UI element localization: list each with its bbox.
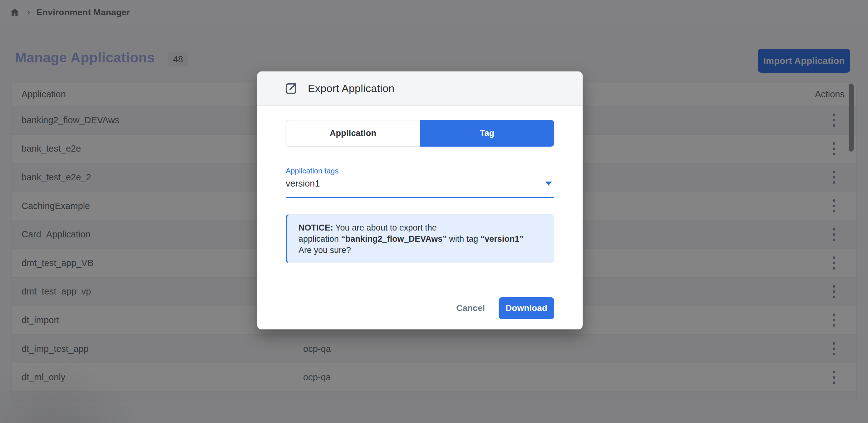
select-underline (286, 197, 554, 198)
export-application-dialog: Export Application ApplicationTag Applic… (257, 71, 583, 329)
download-button[interactable]: Download (499, 297, 554, 319)
dialog-body: ApplicationTag Application tags version1… (257, 106, 583, 297)
cancel-button[interactable]: Cancel (450, 300, 491, 316)
dialog-footer: Cancel Download (257, 297, 583, 319)
select-label: Application tags (286, 167, 554, 175)
selected-tag-value: version1 (286, 178, 320, 189)
dialog-title: Export Application (308, 83, 395, 95)
tab-tag[interactable]: Tag (420, 120, 554, 147)
notice-line: NOTICE: You are about to export the (299, 222, 543, 233)
export-mode-tabs: ApplicationTag (286, 120, 554, 147)
notice-message: NOTICE: You are about to export theappli… (286, 214, 554, 263)
notice-line: Are you sure? (299, 245, 543, 256)
notice-line: application “banking2_flow_DEVAws” with … (299, 233, 543, 245)
dropdown-caret-icon (546, 182, 552, 186)
export-icon (283, 81, 299, 96)
tab-application[interactable]: Application (286, 120, 420, 147)
dialog-header: Export Application (257, 71, 583, 106)
application-tags-select[interactable]: Application tags version1 (286, 167, 554, 198)
